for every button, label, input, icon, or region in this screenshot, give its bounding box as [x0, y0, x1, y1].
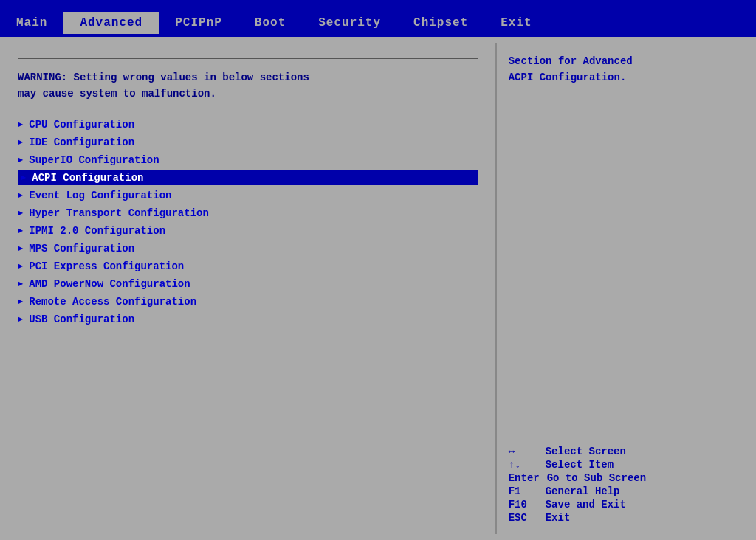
arrow-icon-pciexpress: ▶ [18, 260, 23, 271]
menu-item-main[interactable]: Main [0, 12, 63, 34]
menu-item-security[interactable]: Security [302, 12, 397, 34]
menu-item-advanced[interactable]: Advanced [63, 12, 159, 34]
key-item: F10Save and Exit [509, 499, 738, 510]
section-divider [18, 58, 478, 59]
config-item-pciexpress[interactable]: ▶PCI Express Configuration [18, 259, 478, 274]
key-item: EnterGo to Sub Screen [509, 472, 738, 484]
key-desc: Select Item [546, 459, 614, 471]
arrow-icon-hypertransport: ▶ [18, 207, 23, 218]
config-item-superio[interactable]: ▶SuperIO Configuration [18, 153, 478, 167]
arrow-icon-ipmi: ▶ [18, 225, 23, 236]
config-item-label-usb: USB Configuration [29, 314, 134, 325]
key-legend: ↔Select Screen↑↓Select ItemEnterGo to Su… [509, 446, 738, 524]
config-item-ipmi[interactable]: ▶IPMI 2.0 Configuration [18, 224, 478, 238]
config-item-label-ipmi: IPMI 2.0 Configuration [29, 225, 165, 237]
config-item-label-pciexpress: PCI Express Configuration [29, 260, 184, 272]
key-item: ↑↓Select Item [509, 459, 738, 471]
arrow-icon-cpu: ▶ [18, 119, 23, 130]
key-desc: General Help [546, 485, 620, 497]
menu-bar: MainAdvancedPCIPnPBootSecurityChipsetExi… [0, 9, 756, 37]
arrow-icon-ide: ▶ [18, 136, 23, 148]
arrow-icon-usb: ▶ [18, 314, 23, 325]
config-item-label-amdpowernow: AMD PowerNow Configuration [29, 278, 190, 290]
config-item-label-acpi: ACPI Configuration [32, 172, 143, 184]
arrow-icon-superio: ▶ [18, 154, 23, 165]
key-code: Enter [509, 472, 540, 484]
key-item: F1General Help [509, 485, 738, 497]
menu-item-pciplug[interactable]: PCIPnP [159, 12, 238, 34]
content-area: WARNING: Setting wrong values in below s… [0, 37, 756, 540]
config-item-remoteaccess[interactable]: ▶Remote Access Configuration [18, 294, 478, 309]
config-item-amdpowernow[interactable]: ▶AMD PowerNow Configuration [18, 277, 478, 291]
menu-item-exit[interactable]: Exit [484, 12, 548, 34]
key-desc: Exit [546, 512, 571, 524]
config-item-label-cpu: CPU Configuration [29, 119, 134, 131]
config-item-acpi[interactable]: ▶ACPI Configuration [18, 170, 478, 185]
config-item-label-mps: MPS Configuration [29, 243, 134, 255]
arrow-icon-acpi: ▶ [21, 172, 26, 183]
right-panel: Section for AdvancedACPI Configuration. … [495, 43, 750, 534]
config-item-label-hypertransport: Hyper Transport Configuration [29, 207, 209, 219]
key-code: F10 [509, 499, 538, 510]
left-panel: WARNING: Setting wrong values in below s… [6, 43, 489, 534]
config-item-cpu[interactable]: ▶CPU Configuration [18, 117, 478, 132]
key-code: ↑↓ [509, 459, 538, 471]
arrow-icon-mps: ▶ [18, 243, 23, 254]
menu-item-chipset[interactable]: Chipset [397, 12, 484, 34]
key-item: ESCExit [509, 512, 738, 524]
key-desc: Select Screen [546, 446, 626, 457]
config-item-hypertransport[interactable]: ▶Hyper Transport Configuration [18, 206, 478, 221]
menu-item-boot[interactable]: Boot [238, 12, 302, 34]
config-item-mps[interactable]: ▶MPS Configuration [18, 241, 478, 256]
warning-text: WARNING: Setting wrong values in below s… [18, 69, 478, 103]
key-code: ESC [509, 512, 538, 524]
config-item-label-superio: SuperIO Configuration [29, 154, 159, 166]
config-item-usb[interactable]: ▶USB Configuration [18, 312, 478, 327]
key-item: ↔Select Screen [509, 446, 738, 457]
arrow-icon-remoteaccess: ▶ [18, 296, 23, 307]
bios-container: MainAdvancedPCIPnPBootSecurityChipsetExi… [0, 0, 756, 540]
config-menu-list: ▶CPU Configuration▶IDE Configuration▶Sup… [18, 117, 478, 327]
config-item-label-ide: IDE Configuration [29, 136, 134, 148]
key-code: ↔ [509, 446, 538, 457]
key-desc: Save and Exit [546, 499, 626, 510]
title-bar [0, 0, 756, 9]
arrow-icon-eventlog: ▶ [18, 190, 23, 201]
key-desc: Go to Sub Screen [547, 472, 646, 484]
key-code: F1 [509, 485, 538, 497]
config-item-label-eventlog: Event Log Configuration [29, 190, 171, 201]
right-description: Section for AdvancedACPI Configuration. [509, 53, 738, 86]
config-item-ide[interactable]: ▶IDE Configuration [18, 135, 478, 150]
arrow-icon-amdpowernow: ▶ [18, 278, 23, 289]
config-item-eventlog[interactable]: ▶Event Log Configuration [18, 188, 478, 203]
config-item-label-remoteaccess: Remote Access Configuration [29, 296, 196, 308]
